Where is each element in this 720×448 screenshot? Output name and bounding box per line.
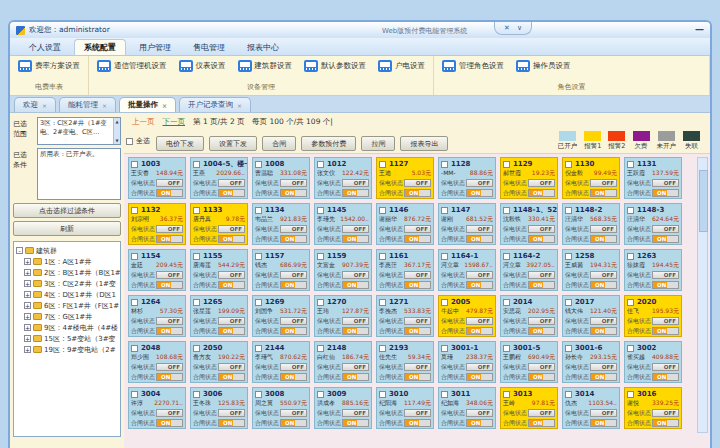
menu-item[interactable]: 个人设置 [20,40,70,55]
select-all-checkbox[interactable] [126,138,133,145]
protect-status-toggle[interactable]: OFF [466,271,493,279]
switch-status-toggle[interactable]: ON [652,373,679,381]
switch-status-toggle[interactable]: ON [280,281,307,289]
switch-status-toggle[interactable]: ON [466,327,493,335]
card-checkbox[interactable] [441,299,448,306]
switch-status-toggle[interactable]: ON [280,235,307,243]
protect-status-toggle[interactable]: OFF [404,225,431,233]
card-checkbox[interactable] [565,391,572,398]
tree-root[interactable]: - 建筑群 [16,245,118,256]
meter-card[interactable]: 1131 王跃霞 137.59元 保电状态 OFF [624,157,682,199]
meter-card[interactable]: 1146 谢丽华 876.72元 保电状态 OFF [376,203,434,245]
protect-status-toggle[interactable]: OFF [280,317,307,325]
meter-card[interactable]: 3013 王岭 97.81元 保电状态 OFF [500,387,558,429]
switch-status-toggle[interactable]: ON [466,419,493,427]
ribbon-button[interactable]: 默认参数设置 [304,60,366,72]
protect-status-toggle[interactable]: OFF [528,317,555,325]
switch-status-toggle[interactable]: ON [466,235,493,243]
batch-action-button[interactable]: 拉闸 [361,136,395,151]
switch-status-toggle[interactable]: ON [342,373,369,381]
meter-card[interactable]: 1129 郝世霞 19.23元 保电状态 OFF [500,157,558,199]
batch-action-button[interactable]: 参数预付费 [301,136,356,151]
protect-status-toggle[interactable]: OFF [404,317,431,325]
batch-action-button[interactable]: 合闸 [262,136,296,151]
protect-status-toggle[interactable]: OFF [528,363,555,371]
card-checkbox[interactable] [317,345,324,352]
switch-status-toggle[interactable]: ON [280,327,307,335]
expand-expander-icon[interactable]: + [24,335,31,342]
protect-status-toggle[interactable]: OFF [280,225,307,233]
meter-card[interactable]: 3014 仇杰 1103.54.. 保电状态 OFF [562,387,620,429]
card-checkbox[interactable] [131,207,138,214]
protect-status-toggle[interactable]: OFF [156,271,183,279]
meter-card[interactable]: 1148-3 汪清华 624.64元 保电状态 OFF [624,203,682,245]
expand-expander-icon[interactable]: + [24,324,31,331]
switch-status-toggle[interactable]: ON [156,281,183,289]
switch-status-toggle[interactable]: ON [652,327,679,335]
card-checkbox[interactable] [441,345,448,352]
card-checkbox[interactable] [193,345,200,352]
meter-card[interactable]: 2014 安思花 202.95元 保电状态 OFF [500,295,558,337]
protect-status-toggle[interactable]: OFF [218,271,245,279]
card-checkbox[interactable] [565,299,572,306]
meter-card[interactable]: 1147 谢刚 681.52元 保电状态 OFF [438,203,496,245]
tab-close-icon[interactable]: × [162,102,167,109]
protect-status-toggle[interactable]: OFF [280,271,307,279]
protect-status-toggle[interactable]: OFF [342,409,369,417]
switch-status-toggle[interactable]: ON [156,327,183,335]
expand-expander-icon[interactable]: + [24,313,31,320]
meter-card[interactable]: 1164-2 河立章 3927.05.. 保电状态 OFF [500,249,558,291]
meter-card[interactable]: 1008 曹温聪 331.08元 保电状态 OFF [252,157,310,199]
protect-status-toggle[interactable]: OFF [218,409,245,417]
scroll-up-icon[interactable]: ▲ [115,119,118,124]
card-checkbox[interactable] [441,161,448,168]
tab-close-icon[interactable]: × [237,102,242,109]
batch-action-button[interactable]: 设置下发 [209,136,257,151]
meter-card[interactable]: 1132 刘宗明 36.37元 保电状态 OFF [128,203,186,245]
switch-status-toggle[interactable]: ON [218,327,245,335]
meter-card[interactable]: 2017 钱大伟 121.40元 保电状态 OFF [562,295,620,337]
card-checkbox[interactable] [441,391,448,398]
protect-status-toggle[interactable]: OFF [466,317,493,325]
menu-item[interactable]: 售电管理 [184,40,234,55]
switch-status-toggle[interactable]: ON [590,419,617,427]
card-checkbox[interactable] [255,299,262,306]
meter-card[interactable]: 3002 雀买越 409.88元 保电状态 OFF [624,341,682,383]
protect-status-toggle[interactable]: OFF [652,317,679,325]
meter-card[interactable]: 3004 许淳 2270.71.. 保电状态 OFF [128,387,186,429]
protect-status-toggle[interactable]: OFF [280,409,307,417]
switch-status-toggle[interactable]: ON [404,281,431,289]
card-checkbox[interactable] [255,345,262,352]
meter-card[interactable]: 1269 刘国争 531.72元 保电状态 OFF [252,295,310,337]
switch-status-toggle[interactable]: ON [156,373,183,381]
select-all[interactable]: 全选 [126,136,150,146]
switch-status-toggle[interactable]: ON [466,189,493,197]
meter-card[interactable]: 3006 王冬珠 125.83元 保电状态 OFF [190,387,248,429]
meter-card[interactable]: 1263 徐妹霞 194.45元 保电状态 OFF [624,249,682,291]
expand-expander-icon[interactable]: + [24,346,31,353]
card-checkbox[interactable] [255,161,262,168]
protect-status-toggle[interactable]: OFF [342,225,369,233]
switch-status-toggle[interactable]: ON [280,419,307,427]
switch-status-toggle[interactable]: ON [342,235,369,243]
card-checkbox[interactable] [565,161,572,168]
switch-status-toggle[interactable]: ON [342,281,369,289]
switch-status-toggle[interactable]: ON [404,327,431,335]
meter-card[interactable]: 1128 -MM- 88.86元 保电状态 OFF [438,157,496,199]
ribbon-button[interactable]: 建筑群设置 [238,60,293,72]
meter-card[interactable]: 2193 佳先生 59.34元 保电状态 OFF [376,341,434,383]
protect-status-toggle[interactable]: OFF [652,179,679,187]
meter-card[interactable]: 1159 文富金 907.39元 保电状态 OFF [314,249,372,291]
protect-status-toggle[interactable]: OFF [404,179,431,187]
switch-status-toggle[interactable]: ON [528,235,555,243]
switch-status-toggle[interactable]: ON [466,373,493,381]
card-checkbox[interactable] [379,253,386,260]
document-tab[interactable]: 能耗管理 × [59,97,116,112]
switch-status-toggle[interactable]: ON [218,189,245,197]
protect-status-toggle[interactable]: OFF [652,363,679,371]
card-checkbox[interactable] [193,253,200,260]
card-checkbox[interactable] [441,253,448,260]
meter-card[interactable]: 1133 唐丹真 9.78元 保电状态 OFF [190,203,248,245]
next-page-link[interactable]: 下一页 [163,117,186,127]
switch-status-toggle[interactable]: ON [218,235,245,243]
